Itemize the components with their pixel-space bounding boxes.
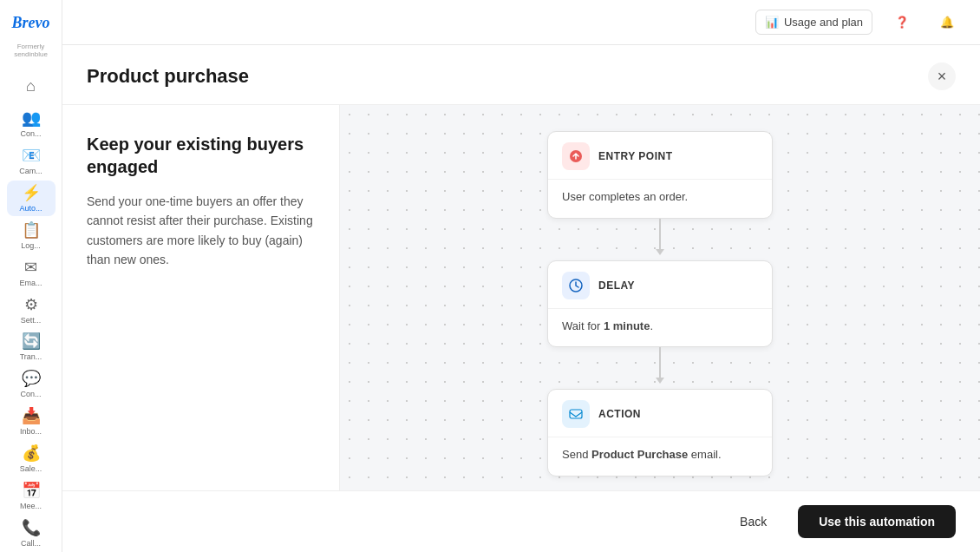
contacts-icon: 👥 (22, 108, 41, 128)
right-panel: ENTRY POINT User completes an order. (340, 105, 980, 490)
sidebar-item-automations[interactable]: ⚡ Auto... (7, 181, 56, 216)
left-panel-description: Send your one-time buyers an offer they … (87, 192, 315, 270)
conversations-icon: 💬 (22, 369, 41, 388)
usage-plan-button[interactable]: 📊 Usage and plan (755, 10, 872, 35)
modal: Product purchase × Keep your existing bu… (62, 45, 980, 552)
logs-icon: 📋 (22, 220, 41, 240)
inbox-icon: 📥 (22, 406, 41, 425)
use-automation-button[interactable]: Use this automation (798, 505, 956, 538)
delay-title: DELAY (598, 279, 635, 292)
action-header: ACTION (548, 390, 772, 437)
bell-icon: 🔔 (940, 16, 954, 29)
meetings-icon: 📅 (22, 481, 41, 500)
flow-container: ENTRY POINT User completes an order. (547, 131, 773, 476)
connector-2 (659, 347, 661, 378)
sidebar-item-settings[interactable]: ⚙ Sett... (7, 292, 56, 327)
close-icon: × (938, 68, 947, 86)
back-button[interactable]: Back (719, 506, 787, 537)
usage-plan-icon: 📊 (765, 16, 779, 29)
sidebar-item-conversations[interactable]: 💬 Con... (7, 366, 56, 402)
automations-label: Auto... (19, 204, 42, 213)
action-prefix: Send (562, 448, 591, 461)
entry-point-description: User completes an order. (562, 190, 688, 203)
left-panel: Keep your existing buyers engaged Send y… (62, 105, 340, 490)
action-suffix: email. (688, 448, 721, 461)
settings-label: Sett... (21, 316, 42, 325)
entry-point-header: ENTRY POINT (548, 132, 772, 180)
entry-point-icon (562, 142, 590, 170)
formerly-text: Formerly sendinblue (0, 43, 62, 58)
delay-icon (562, 272, 590, 299)
logo: Brevo (9, 7, 54, 39)
delay-suffix: . (650, 319, 653, 332)
transactional-icon: 🔄 (22, 332, 41, 351)
automations-icon: ⚡ (22, 183, 41, 202)
entry-point-node: ENTRY POINT User completes an order. (547, 131, 773, 219)
help-icon: ❓ (895, 16, 909, 29)
contacts-label: Con... (20, 129, 41, 138)
sidebar-item-home[interactable]: ⌂ (7, 69, 56, 104)
action-icon (562, 400, 590, 428)
sales-icon: 💰 (22, 444, 41, 463)
delay-node: DELAY Wait for 1 minute. (547, 260, 773, 348)
email-icon: ✉ (24, 258, 37, 277)
logo-text: Brevo (12, 14, 50, 32)
header: 📊 Usage and plan ❓ 🔔 (62, 0, 980, 45)
help-button[interactable]: ❓ (886, 10, 918, 34)
action-title: ACTION (598, 408, 641, 420)
campaigns-icon: 📧 (22, 146, 41, 165)
calls-icon: 📞 (22, 518, 41, 537)
meetings-label: Mee... (20, 502, 42, 510)
conversations-label: Con... (20, 390, 41, 398)
sidebar-item-logs[interactable]: 📋 Log... (7, 218, 56, 253)
modal-footer: Back Use this automation (62, 490, 980, 552)
sidebar-item-sales[interactable]: 💰 Sale... (7, 441, 56, 476)
sidebar-item-email[interactable]: ✉ Ema... (7, 254, 56, 290)
settings-icon: ⚙ (24, 295, 38, 314)
modal-header: Product purchase × (62, 45, 980, 105)
delay-bold: 1 minute (604, 319, 650, 332)
modal-title: Product purchase (87, 65, 249, 88)
delay-description: Wait for 1 minute. (562, 319, 653, 332)
usage-plan-label: Usage and plan (784, 16, 863, 29)
delay-header: DELAY (548, 261, 772, 309)
action-bold: Product Purchase (591, 448, 688, 461)
sales-label: Sale... (20, 464, 42, 473)
email-label: Ema... (19, 279, 42, 287)
action-body: Send Product Purchase email. (548, 437, 772, 476)
sidebar-item-transactional[interactable]: 🔄 Tran... (7, 329, 56, 365)
delay-prefix: Wait for (562, 319, 604, 332)
action-description: Send Product Purchase email. (562, 448, 722, 461)
calls-label: Call... (21, 539, 41, 548)
action-node: ACTION Send Product Purchase email. (547, 389, 773, 476)
home-icon: ⌂ (26, 77, 36, 95)
delay-body: Wait for 1 minute. (548, 309, 772, 347)
sidebar-item-campaigns[interactable]: 📧 Cam... (7, 143, 56, 179)
sidebar-item-contacts[interactable]: 👥 Con... (7, 106, 56, 141)
logs-label: Log... (21, 241, 41, 250)
entry-point-body: User completes an order. (548, 180, 772, 218)
notifications-button[interactable]: 🔔 (931, 10, 963, 34)
modal-body: Keep your existing buyers engaged Send y… (62, 105, 980, 490)
sidebar: Brevo Formerly sendinblue ⌂ 👥 Con... 📧 C… (0, 0, 62, 552)
left-panel-title: Keep your existing buyers engaged (87, 133, 315, 178)
inbox-label: Inbo... (20, 427, 42, 436)
campaigns-label: Cam... (19, 167, 42, 175)
sidebar-item-meetings[interactable]: 📅 Mee... (7, 477, 56, 513)
sidebar-item-inbox[interactable]: 📥 Inbo... (7, 404, 56, 439)
transactional-label: Tran... (20, 352, 42, 361)
modal-close-button[interactable]: × (928, 62, 956, 90)
sidebar-item-calls[interactable]: 📞 Call... (7, 515, 56, 550)
connector-1 (659, 219, 661, 250)
entry-point-title: ENTRY POINT (598, 150, 673, 162)
